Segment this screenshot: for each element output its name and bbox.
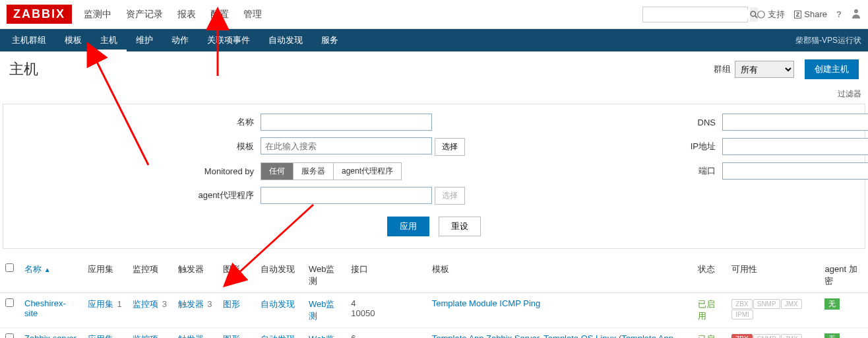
template-link[interactable]: Template App Zabbix Server xyxy=(432,333,540,338)
cell-name: Cheshirex-site xyxy=(19,293,82,328)
topnav-monitoring[interactable]: 监测中 xyxy=(84,9,111,20)
items-link[interactable]: 监控项 xyxy=(133,299,158,309)
web-link[interactable]: Web监测 xyxy=(309,334,335,338)
create-host-button[interactable]: 创建主机 xyxy=(805,59,859,79)
th-graphs: 图形 xyxy=(218,258,255,293)
monitored-by-any[interactable]: 任何 xyxy=(261,163,294,180)
filter-name-label: 名称 xyxy=(10,116,261,128)
subnav-hostgroups[interactable]: 主机群组 xyxy=(3,29,55,51)
discovery-link[interactable]: 自动发现 xyxy=(261,299,295,309)
filter-name-input[interactable] xyxy=(261,114,432,131)
filter-apply-button[interactable]: 应用 xyxy=(387,217,429,236)
cell-status: 已启用 xyxy=(693,328,726,339)
filter-reset-button[interactable]: 重设 xyxy=(439,217,481,236)
subnav-actions[interactable]: 动作 xyxy=(162,29,198,51)
cell-discovery: 自动发现 xyxy=(255,293,303,328)
monitored-by-agent[interactable]: agent代理程序 xyxy=(334,163,401,180)
th-triggers: 触发器 xyxy=(173,258,218,293)
template-link[interactable]: Template OS Linux xyxy=(543,333,616,338)
filter-port-input[interactable] xyxy=(722,162,868,180)
th-apps: 应用集 xyxy=(82,258,127,293)
filter-toggle[interactable]: 过滤器 xyxy=(0,86,868,101)
cell-iface: 610050 xyxy=(346,328,427,339)
graphs-link[interactable]: 图形 xyxy=(223,299,240,309)
group-filter-select[interactable]: 所有 xyxy=(735,61,794,78)
apps-link[interactable]: 应用集 xyxy=(88,299,113,309)
topnav-inventory[interactable]: 资产记录 xyxy=(126,9,163,20)
table-row: Zabbix server应用集 11监控项 86触发器 50图形 14自动发现… xyxy=(0,328,868,339)
row-checkbox[interactable] xyxy=(5,333,14,338)
filter-dns-input[interactable] xyxy=(722,114,868,131)
subnav-templates[interactable]: 模板 xyxy=(55,29,91,51)
subnav-discovery[interactable]: 自动发现 xyxy=(259,29,312,51)
triggers-link[interactable]: 触发器 xyxy=(178,334,204,338)
th-encrypt: agent 加密 xyxy=(819,258,868,293)
graphs-link[interactable]: 图形 xyxy=(223,334,240,338)
cell-name: Zabbix server xyxy=(19,328,82,339)
filter-template-label: 模板 xyxy=(10,141,261,152)
subnav-correlation[interactable]: 关联项事件 xyxy=(198,29,259,51)
items-link[interactable]: 监控项 xyxy=(133,334,158,338)
filter-ip-input[interactable] xyxy=(722,138,868,155)
cell-apps: 应用集 11 xyxy=(82,328,127,339)
group-filter-label: 群组 xyxy=(714,63,731,75)
triggers-link[interactable]: 触发器 xyxy=(178,299,204,309)
availability-tags: ZBXSNMPJMXIPMI xyxy=(731,298,802,319)
share-link[interactable]: Z Share xyxy=(794,9,827,19)
monitored-by-server[interactable]: 服务器 xyxy=(294,163,334,180)
cell-apps: 应用集 1 xyxy=(82,293,127,328)
cell-items: 监控项 3 xyxy=(127,293,172,328)
subnav-hosts[interactable]: 主机 xyxy=(91,29,127,51)
filter-monitoredby-label: Monitored by xyxy=(10,166,261,176)
filter-agentproxy-input[interactable] xyxy=(261,187,432,204)
cell-avail: ZBXSNMPJMXIPMI xyxy=(726,293,819,328)
th-name[interactable]: 名称 ▲ xyxy=(24,264,51,274)
status-link[interactable]: 已启用 xyxy=(698,334,715,338)
title-bar: 主机 群组 所有 创建主机 xyxy=(0,51,868,86)
cell-templates: Template Module ICMP Ping xyxy=(427,293,693,328)
host-name-link[interactable]: Cheshirex-site xyxy=(24,298,66,318)
cell-templates: Template App Zabbix Server, Template OS … xyxy=(427,328,693,339)
search-input[interactable] xyxy=(643,10,750,19)
filter-panel: 名称 DNS 模板 选择 IP地址 Monitored by 任何 服务器 ag… xyxy=(3,104,865,249)
subnav-right-text: 柴郡猫-VPS运行状 xyxy=(795,35,865,46)
cell-web: Web监测 xyxy=(303,328,346,339)
filter-port-label: 端口 xyxy=(472,165,722,177)
row-checkbox[interactable] xyxy=(5,298,14,307)
filter-template-input[interactable] xyxy=(261,137,432,154)
header-right: 支持 Z Share ? xyxy=(642,7,861,22)
web-link[interactable]: Web监测 xyxy=(309,299,335,321)
topnav-reports[interactable]: 报表 xyxy=(177,9,196,20)
top-nav: 监测中 资产记录 报表 配置 管理 xyxy=(84,9,262,20)
status-link[interactable]: 已启用 xyxy=(698,299,715,321)
cell-graphs: 图形 14 xyxy=(218,328,255,339)
th-template: 模板 xyxy=(427,258,693,293)
filter-template-select-button[interactable]: 选择 xyxy=(435,138,465,156)
subnav-maintenance[interactable]: 维护 xyxy=(127,29,162,51)
filter-agentproxy-label: agent代理程序 xyxy=(10,189,261,201)
support-icon xyxy=(757,11,765,18)
user-icon[interactable] xyxy=(851,8,861,20)
support-link[interactable]: 支持 xyxy=(757,9,785,20)
help-icon[interactable]: ? xyxy=(836,9,842,19)
svg-point-2 xyxy=(758,11,765,18)
subnav-services[interactable]: 服务 xyxy=(312,29,348,51)
apps-link[interactable]: 应用集 xyxy=(88,334,113,338)
cell-encrypt: 无 xyxy=(819,328,868,339)
filter-dns-label: DNS xyxy=(472,118,722,127)
discovery-link[interactable]: 自动发现 xyxy=(261,334,295,338)
brand-logo[interactable]: ZABBIX xyxy=(7,5,72,24)
sub-nav: 主机群组 模板 主机 维护 动作 关联项事件 自动发现 服务 柴郡猫-VPS运行… xyxy=(0,29,868,51)
hosts-table: 名称 ▲ 应用集 监控项 触发器 图形 自动发现 Web监测 接口 模板 状态 … xyxy=(0,258,868,338)
topnav-admin[interactable]: 管理 xyxy=(243,9,262,20)
select-all-checkbox[interactable] xyxy=(5,263,14,272)
cell-status: 已启用 xyxy=(693,293,726,328)
host-name-link[interactable]: Zabbix server xyxy=(24,333,77,338)
encrypt-badge: 无 xyxy=(824,298,840,310)
template-link[interactable]: Template Module ICMP Ping xyxy=(432,298,541,308)
share-z-icon: Z xyxy=(794,11,802,18)
th-avail: 可用性 xyxy=(726,258,819,293)
topnav-config[interactable]: 配置 xyxy=(210,9,229,20)
cell-triggers: 触发器 3 xyxy=(173,293,218,328)
th-discovery: 自动发现 xyxy=(255,258,303,293)
